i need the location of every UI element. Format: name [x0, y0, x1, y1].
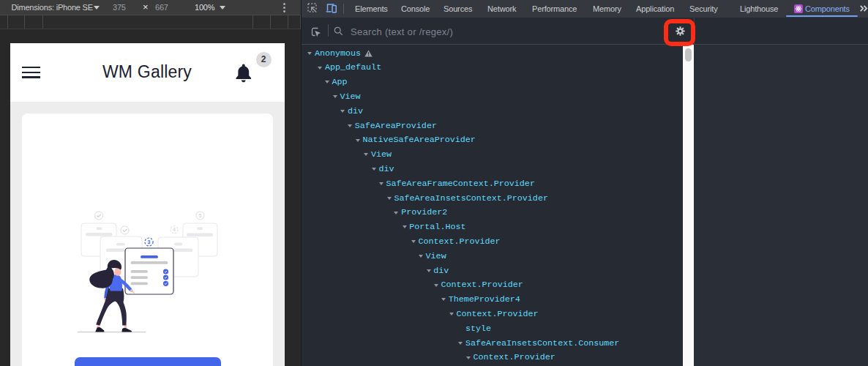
svg-text:4: 4: [173, 227, 176, 232]
svg-text:3: 3: [148, 239, 151, 244]
svg-text:5: 5: [199, 213, 202, 218]
